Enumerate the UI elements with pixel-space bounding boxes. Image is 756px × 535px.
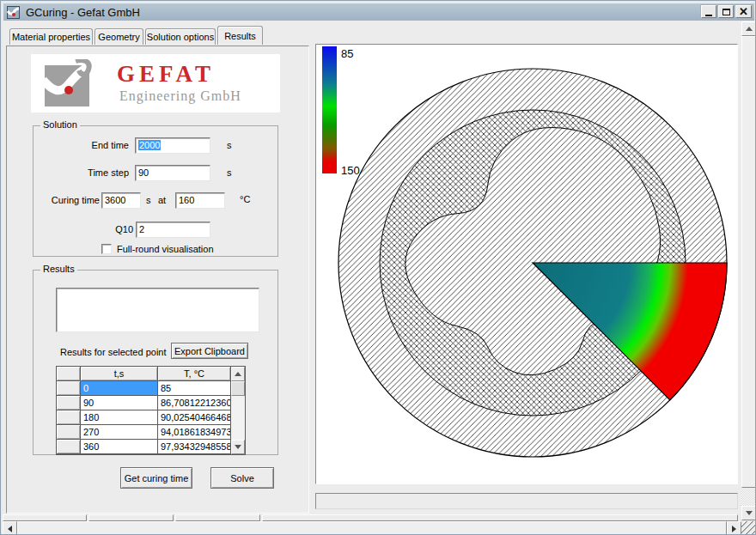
curing-temp-unit: °C xyxy=(240,194,250,204)
vertical-scrollbar[interactable] xyxy=(741,21,756,520)
row-selector[interactable] xyxy=(57,440,81,454)
visualization-panel: 85 150 xyxy=(315,44,738,484)
application-window: GCuring - Gefat GmbH ✕ Material properti… xyxy=(0,0,756,535)
title-bar[interactable]: GCuring - Gefat GmbH ✕ xyxy=(3,3,754,21)
status-strip xyxy=(315,493,738,509)
q10-label: Q10 xyxy=(40,224,133,234)
horizontal-scroll-thumb[interactable] xyxy=(17,521,727,535)
table-row: 270 94,01861834973 xyxy=(57,425,245,440)
table-row: 180 90,02540466468 xyxy=(57,410,245,425)
scroll-right-button[interactable] xyxy=(727,521,741,535)
up-arrow-icon xyxy=(235,372,241,376)
tab-results[interactable]: Results xyxy=(217,26,263,45)
end-time-input[interactable]: 2000 xyxy=(135,137,210,154)
app-icon xyxy=(7,6,20,19)
vertical-scroll-thumb[interactable] xyxy=(741,36,756,488)
horizontal-scrollbar[interactable] xyxy=(3,521,741,535)
get-curing-time-button[interactable]: Get curing time xyxy=(120,467,192,489)
table-cell-t[interactable]: 360 xyxy=(81,440,158,454)
full-round-label: Full-round visualisation xyxy=(117,244,214,254)
scroll-up-button[interactable] xyxy=(741,21,756,36)
statusbar-panel xyxy=(262,514,738,521)
full-round-checkbox[interactable] xyxy=(101,244,112,254)
row-selector[interactable] xyxy=(57,381,81,396)
curing-time-label: Curing time xyxy=(40,195,100,205)
scroll-down-button[interactable] xyxy=(741,506,756,520)
brand-subtitle: Engineering GmbH xyxy=(119,88,241,104)
table-cell-temp[interactable]: 86,70812212360 xyxy=(158,396,231,410)
results-legend: Results xyxy=(40,264,77,274)
table-row: 90 86,70812212360 xyxy=(57,396,245,410)
table-cell-t[interactable]: 180 xyxy=(81,410,158,425)
results-table: t,s T, °C 0 85 90 86,70812212360 xyxy=(56,366,246,455)
export-clipboard-button[interactable]: Export Clipboard xyxy=(171,343,248,359)
table-row: 360 97,93432948558 xyxy=(57,440,245,454)
colorbar-max-label: 85 xyxy=(341,47,353,60)
minimize-button[interactable] xyxy=(701,5,716,18)
table-scroll-track[interactable] xyxy=(231,425,245,440)
table-scroll-down-button[interactable] xyxy=(231,440,245,454)
solve-button[interactable]: Solve xyxy=(210,467,274,489)
temperature-colorbar xyxy=(322,46,337,173)
tab-geometry[interactable]: Geometry xyxy=(94,28,143,45)
resize-grip[interactable] xyxy=(741,521,756,535)
results-info-textbox[interactable] xyxy=(56,288,259,332)
end-time-label: End time xyxy=(40,140,129,150)
close-button[interactable]: ✕ xyxy=(735,5,752,18)
table-scroll-track[interactable] xyxy=(231,396,245,410)
statusbar-panel xyxy=(3,514,87,521)
table-cell-t[interactable]: 90 xyxy=(81,396,158,410)
left-arrow-icon xyxy=(8,526,12,532)
row-selector[interactable] xyxy=(57,425,81,440)
table-corner-cell xyxy=(57,367,81,381)
colorbar-min-label: 150 xyxy=(341,164,360,177)
up-arrow-icon xyxy=(746,27,753,31)
curing-temp-input[interactable]: 160 xyxy=(175,192,225,209)
cross-section-diagram xyxy=(316,45,737,483)
statusbar-panel xyxy=(88,514,174,521)
table-cell-temp[interactable]: 97,93432948558 xyxy=(158,440,231,454)
q10-input[interactable]: 2 xyxy=(136,222,210,238)
table-cell-t[interactable]: 270 xyxy=(81,425,158,440)
table-cell-temp[interactable]: 90,02540466468 xyxy=(158,410,231,425)
scroll-left-button[interactable] xyxy=(3,521,17,535)
down-arrow-icon xyxy=(746,511,753,515)
time-step-unit: s xyxy=(227,167,232,178)
statusbar-panel xyxy=(175,514,260,521)
tab-material-properties[interactable]: Material properties xyxy=(9,28,93,45)
minimize-icon xyxy=(705,15,712,16)
close-icon: ✕ xyxy=(739,8,748,16)
table-cell-temp[interactable]: 85 xyxy=(158,381,231,396)
table-header-row: t,s T, °C xyxy=(57,367,245,381)
tab-solution-options[interactable]: Solution options xyxy=(145,28,216,45)
table-cell-t[interactable]: 0 xyxy=(81,381,158,396)
right-arrow-icon xyxy=(732,526,736,532)
time-step-label: Time step xyxy=(40,167,129,178)
table-row: 0 85 xyxy=(57,381,245,396)
curing-time-unit: s xyxy=(146,195,151,205)
solution-legend: Solution xyxy=(40,119,80,130)
maximize-icon xyxy=(722,9,730,15)
window-title: GCuring - Gefat GmbH xyxy=(26,6,140,19)
selected-point-label: Results for selected point xyxy=(60,347,167,357)
table-scroll-up-button[interactable] xyxy=(231,367,245,381)
curing-at-label: at xyxy=(158,195,166,205)
down-arrow-icon xyxy=(235,445,241,449)
time-step-input[interactable]: 90 xyxy=(135,165,210,181)
table-header-t: t,s xyxy=(81,367,158,381)
end-time-unit: s xyxy=(227,140,232,150)
logo: GEFAT Engineering GmbH xyxy=(31,54,280,112)
results-groupbox: Results Results for selected point Expor… xyxy=(33,270,278,455)
curing-time-input[interactable]: 3600 xyxy=(101,192,141,209)
table-scroll-thumb[interactable] xyxy=(231,381,245,396)
vertical-scroll-track[interactable] xyxy=(741,488,756,506)
brand-name: GEFAT xyxy=(117,61,215,88)
table-scroll-track[interactable] xyxy=(231,410,245,425)
row-selector[interactable] xyxy=(57,396,81,410)
maximize-button[interactable] xyxy=(718,5,734,18)
table-header-temp: T, °C xyxy=(158,367,231,381)
table-cell-temp[interactable]: 94,01861834973 xyxy=(158,425,231,440)
solution-groupbox: Solution End time 2000 s Time step 90 s … xyxy=(33,125,278,257)
row-selector[interactable] xyxy=(57,410,81,425)
controls-panel: GEFAT Engineering GmbH Solution End time… xyxy=(6,46,309,514)
